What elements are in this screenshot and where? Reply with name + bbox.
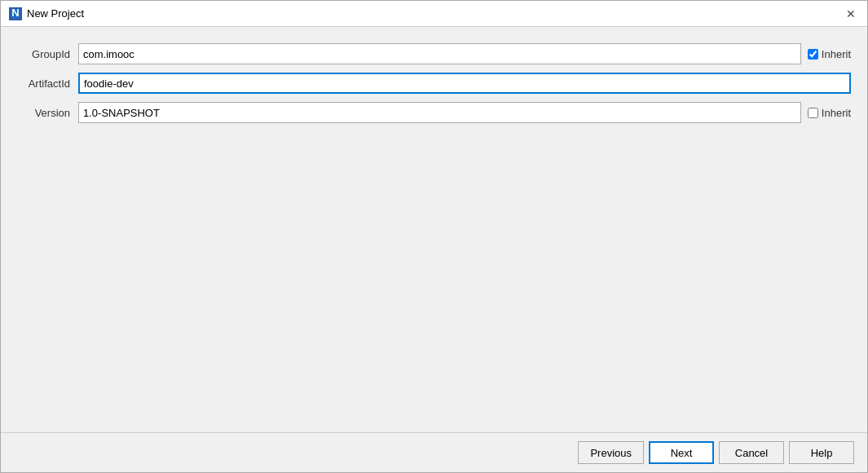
version-inherit-container: Inherit — [808, 107, 851, 119]
dialog-icon: N — [9, 7, 22, 20]
svg-text:N: N — [11, 8, 19, 19]
version-inherit-checkbox[interactable] — [808, 108, 818, 118]
version-input[interactable] — [78, 102, 801, 123]
groupid-inherit-checkbox[interactable] — [808, 49, 818, 60]
dialog-title: New Project — [27, 7, 84, 20]
groupid-inherit-container: Inherit — [808, 48, 851, 60]
groupid-row: GroupId Inherit — [17, 43, 851, 64]
groupid-inherit-label: Inherit — [822, 48, 851, 60]
groupid-label: GroupId — [17, 48, 78, 60]
artifactid-row: ArtifactId — [17, 73, 851, 94]
cancel-button[interactable]: Cancel — [719, 441, 784, 464]
version-row: Version Inherit — [17, 102, 851, 123]
previous-button[interactable]: Previous — [578, 441, 644, 464]
groupid-input[interactable] — [78, 43, 801, 64]
close-button[interactable]: ✕ — [843, 6, 859, 22]
artifactid-label: ArtifactId — [17, 77, 78, 90]
title-bar-left: N New Project — [9, 7, 84, 20]
artifactid-input[interactable] — [78, 73, 851, 94]
new-project-dialog: N New Project ✕ GroupId Inherit Artifact… — [0, 0, 868, 473]
version-label: Version — [17, 107, 78, 119]
version-inherit-label: Inherit — [822, 107, 851, 119]
help-button[interactable]: Help — [789, 441, 854, 464]
title-bar: N New Project ✕ — [1, 1, 867, 27]
dialog-content: GroupId Inherit ArtifactId Version Inher… — [1, 27, 867, 432]
dialog-footer: Previous Next Cancel Help — [1, 432, 867, 472]
next-button[interactable]: Next — [649, 441, 714, 464]
